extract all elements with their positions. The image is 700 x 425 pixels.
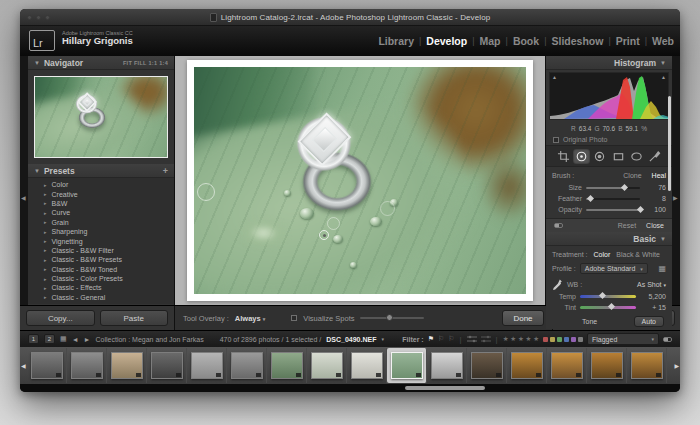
traffic-lights[interactable] <box>27 15 50 20</box>
slider-thumb[interactable] <box>587 194 594 201</box>
graduated-filter-icon[interactable] <box>610 149 627 164</box>
original-photo-checkbox[interactable] <box>553 137 559 143</box>
thumbnail-image[interactable] <box>431 352 463 379</box>
module-tab-library[interactable]: Library <box>378 35 414 47</box>
right-panel-scrollbar[interactable] <box>668 96 671 191</box>
slider-size[interactable]: Size76 <box>552 182 666 193</box>
disclosure-right-icon[interactable]: ▸ <box>44 266 47 272</box>
filmstrip-thumbnail[interactable] <box>107 348 147 383</box>
heal-mode-button[interactable]: Heal <box>652 172 666 179</box>
filmstrip-scrollbar-track[interactable] <box>20 384 680 392</box>
spot-removal-target[interactable] <box>319 230 329 240</box>
slider-track[interactable] <box>586 187 640 189</box>
disclosure-right-icon[interactable]: ▸ <box>44 182 47 188</box>
disclosure-triangle-icon[interactable]: ▼ <box>660 236 666 242</box>
thumbnail-image[interactable] <box>631 352 663 379</box>
color-label-chip[interactable] <box>550 337 555 342</box>
filter-lock-icon[interactable] <box>663 337 672 342</box>
thumbnail-image[interactable] <box>471 352 503 379</box>
flag-reject-icon[interactable]: ⚐ <box>448 335 454 343</box>
disclosure-triangle-icon[interactable]: ▼ <box>34 168 40 174</box>
preset-group-classic-b-w-filter[interactable]: ▸Classic - B&W Filter <box>28 246 174 255</box>
module-tab-print[interactable]: Print <box>616 35 640 47</box>
preset-group-b-w[interactable]: ▸B&W <box>28 199 174 208</box>
slider-track[interactable] <box>586 209 640 211</box>
thumbnail-image[interactable] <box>71 352 103 379</box>
minimize-button[interactable] <box>36 15 41 20</box>
module-tab-book[interactable]: Book <box>513 35 539 47</box>
filmstrip-thumbnail[interactable] <box>507 348 547 383</box>
thumbnail-image[interactable] <box>231 352 263 379</box>
edit-status-filter-icon[interactable] <box>481 335 491 343</box>
filmstrip-thumbnail-selected[interactable] <box>387 348 427 383</box>
navigator-zoom-options[interactable]: FIT FILL 1:1 1:4 <box>123 60 168 66</box>
wb-dropdown[interactable]: As Shot ▾ <box>637 281 666 288</box>
spot-removal-circle[interactable] <box>197 183 215 201</box>
visualize-spots-slider[interactable] <box>360 317 424 319</box>
preset-group-vignetting[interactable]: ▸Vignetting <box>28 236 174 245</box>
close-button[interactable] <box>27 15 32 20</box>
filmstrip-thumbnail[interactable] <box>427 348 467 383</box>
add-preset-icon[interactable]: + <box>163 166 168 176</box>
preset-group-classic-b-w-presets[interactable]: ▸Classic - B&W Presets <box>28 255 174 264</box>
collection-breadcrumb[interactable]: Collection : Megan and Jon Farkas <box>96 336 204 343</box>
filmstrip-thumbnail[interactable] <box>587 348 627 383</box>
thumbnail-image[interactable] <box>111 352 143 379</box>
filmstrip-thumbnail[interactable] <box>147 348 187 383</box>
filmstrip-thumbnail[interactable] <box>627 348 667 383</box>
thumbnail-image[interactable] <box>191 352 223 379</box>
disclosure-right-icon[interactable]: ▸ <box>44 200 47 206</box>
flag-filter-dropdown[interactable]: Flagged ▾ <box>587 333 659 345</box>
preset-group-sharpening[interactable]: ▸Sharpening <box>28 227 174 236</box>
right-panel-collapse-strip[interactable]: ▶ <box>672 56 680 305</box>
shadow-clipping-icon[interactable]: ▲ <box>552 74 557 80</box>
preset-group-classic-general[interactable]: ▸Classic - General <box>28 293 174 302</box>
disclosure-right-icon[interactable]: ▸ <box>44 219 47 225</box>
slider-feather[interactable]: Feather8 <box>552 193 666 204</box>
preset-group-grain[interactable]: ▸Grain <box>28 218 174 227</box>
disclosure-right-icon[interactable]: ▸ <box>44 294 47 300</box>
window-titlebar[interactable]: Lightroom Catalog-2.lrcat - Adobe Photos… <box>20 9 680 26</box>
slider-track[interactable] <box>586 198 640 200</box>
main-photo[interactable] <box>194 67 526 294</box>
tint-slider[interactable] <box>580 306 636 309</box>
filmstrip-thumbnail[interactable] <box>227 348 267 383</box>
edit-status-filter-icon[interactable] <box>467 335 477 343</box>
disclosure-right-icon[interactable]: ▸ <box>44 238 47 244</box>
spot-removal-icon[interactable] <box>573 149 590 164</box>
presets-header[interactable]: ▼ Presets + <box>28 164 174 178</box>
filmstrip-thumbnail[interactable] <box>547 348 587 383</box>
second-window-button[interactable]: 2 <box>44 334 55 344</box>
slider-thumb[interactable] <box>637 205 644 212</box>
thumbnail-image[interactable] <box>591 352 623 379</box>
copy-button[interactable]: Copy... <box>26 310 95 326</box>
thumbnail-image[interactable] <box>351 352 383 379</box>
grid-view-icon[interactable]: ▦ <box>60 335 67 343</box>
filmstrip-thumbnail[interactable] <box>307 348 347 383</box>
temp-value[interactable]: 5,200 <box>640 293 666 300</box>
preset-group-classic-color-presets[interactable]: ▸Classic - Color Presets <box>28 274 174 283</box>
module-tab-develop[interactable]: Develop <box>426 35 467 47</box>
treatment-bw-button[interactable]: Black & White <box>616 251 660 258</box>
color-label-chip[interactable] <box>571 337 576 342</box>
preset-group-classic-effects[interactable]: ▸Classic - Effects <box>28 283 174 292</box>
slider-opacity[interactable]: Opacity100 <box>552 204 666 215</box>
current-filename[interactable]: DSC_0490.NEF <box>326 336 376 343</box>
color-label-chip[interactable] <box>564 337 569 342</box>
preset-group-creative[interactable]: ▸Creative <box>28 189 174 198</box>
original-photo-row[interactable]: Original Photo <box>546 134 672 146</box>
flag-unflagged-icon[interactable]: ⚐ <box>438 335 444 343</box>
profile-dropdown[interactable]: Adobe Standard ▾ <box>580 263 648 274</box>
module-tab-map[interactable]: Map <box>480 35 501 47</box>
next-photo-icon[interactable]: ► <box>84 336 91 343</box>
histogram-header[interactable]: Histogram ▼ <box>546 56 672 70</box>
navigator-preview[interactable] <box>34 76 168 158</box>
thumbnail-image[interactable] <box>311 352 343 379</box>
dropdown-icon[interactable]: ▾ <box>381 336 384 342</box>
filmstrip-thumbnail[interactable] <box>467 348 507 383</box>
disclosure-right-icon[interactable]: ▸ <box>44 257 47 263</box>
disclosure-right-icon[interactable]: ▸ <box>44 229 47 235</box>
adjustment-brush-icon[interactable] <box>646 149 663 164</box>
module-tab-web[interactable]: Web <box>652 35 674 47</box>
done-button[interactable]: Done <box>502 310 544 326</box>
